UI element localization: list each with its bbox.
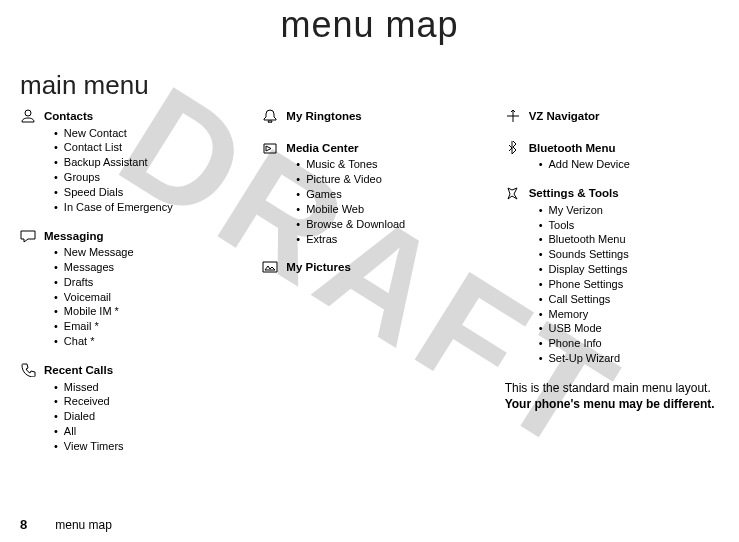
settings-icon: [505, 186, 523, 366]
menu-block-title: Recent Calls: [44, 363, 234, 379]
menu-block-body: Media CenterMusic & TonesPicture & Video…: [286, 141, 476, 247]
menu-block: Media CenterMusic & TonesPicture & Video…: [262, 141, 476, 247]
menu-block-body: Bluetooth MenuAdd New Device: [529, 141, 719, 172]
menu-item: Drafts: [54, 275, 234, 290]
page-number: 8: [20, 517, 27, 532]
menu-block: Settings & ToolsMy VerizonToolsBluetooth…: [505, 186, 719, 366]
menu-column: VZ NavigatorBluetooth MenuAdd New Device…: [505, 109, 719, 468]
menu-item: Backup Assistant: [54, 155, 234, 170]
menu-item: Sounds Settings: [539, 247, 719, 262]
menu-item: Call Settings: [539, 292, 719, 307]
menu-item-list: Music & TonesPicture & VideoGamesMobile …: [296, 157, 476, 246]
menu-block-body: VZ Navigator: [529, 109, 719, 127]
menu-block: VZ Navigator: [505, 109, 719, 127]
menu-block: ContactsNew ContactContact ListBackup As…: [20, 109, 234, 215]
menu-item: Bluetooth Menu: [539, 232, 719, 247]
menu-item: Mobile Web: [296, 202, 476, 217]
menu-item: Received: [54, 394, 234, 409]
bluetooth-icon: [505, 141, 523, 172]
menu-item: In Case of Emergency: [54, 200, 234, 215]
menu-block-body: MessagingNew MessageMessagesDraftsVoicem…: [44, 229, 234, 349]
pictures-icon: [262, 260, 280, 278]
note-emphasis: Your phone's menu may be different.: [505, 397, 715, 411]
menu-item: Picture & Video: [296, 172, 476, 187]
menu-block-title: Settings & Tools: [529, 186, 719, 202]
menu-item: Contact List: [54, 140, 234, 155]
navigator-icon: [505, 109, 523, 127]
menu-block-title: Bluetooth Menu: [529, 141, 719, 157]
menu-block-body: My Pictures: [286, 260, 476, 278]
media-center-icon: [262, 141, 280, 247]
menu-item: Voicemail: [54, 290, 234, 305]
menu-block-title: VZ Navigator: [529, 109, 719, 125]
menu-item-list: My VerizonToolsBluetooth MenuSounds Sett…: [539, 203, 719, 366]
menu-item-list: New ContactContact ListBackup AssistantG…: [54, 126, 234, 215]
menu-item: New Contact: [54, 126, 234, 141]
menu-block-title: My Pictures: [286, 260, 476, 276]
menu-item-list: Add New Device: [539, 157, 719, 172]
menu-item: New Message: [54, 245, 234, 260]
menu-block-body: ContactsNew ContactContact ListBackup As…: [44, 109, 234, 215]
menu-block-title: My Ringtones: [286, 109, 476, 125]
menu-column: My RingtonesMedia CenterMusic & TonesPic…: [262, 109, 476, 468]
menu-item: Phone Info: [539, 336, 719, 351]
menu-block: MessagingNew MessageMessagesDraftsVoicem…: [20, 229, 234, 349]
menu-item: Music & Tones: [296, 157, 476, 172]
menu-item: Tools: [539, 218, 719, 233]
contacts-icon: [20, 109, 38, 215]
menu-item: Speed Dials: [54, 185, 234, 200]
menu-item: Mobile IM *: [54, 304, 234, 319]
layout-note: This is the standard main menu layout. Y…: [505, 380, 719, 412]
menu-block-body: Settings & ToolsMy VerizonToolsBluetooth…: [529, 186, 719, 366]
menu-block-title: Contacts: [44, 109, 234, 125]
menu-item: Chat *: [54, 334, 234, 349]
menu-block-body: Recent CallsMissedReceivedDialedAllView …: [44, 363, 234, 454]
menu-item: Browse & Download: [296, 217, 476, 232]
recent-calls-icon: [20, 363, 38, 454]
menu-item: USB Mode: [539, 321, 719, 336]
menu-item: Games: [296, 187, 476, 202]
menu-item: Memory: [539, 307, 719, 322]
menu-block: My Pictures: [262, 260, 476, 278]
note-text: This is the standard main menu layout.: [505, 381, 711, 395]
menu-item: Groups: [54, 170, 234, 185]
menu-block-body: My Ringtones: [286, 109, 476, 127]
messaging-icon: [20, 229, 38, 349]
menu-item-list: MissedReceivedDialedAllView Timers: [54, 380, 234, 454]
menu-item: Dialed: [54, 409, 234, 424]
footer-label: menu map: [55, 518, 112, 532]
menu-item: My Verizon: [539, 203, 719, 218]
menu-item: Display Settings: [539, 262, 719, 277]
menu-item: All: [54, 424, 234, 439]
menu-columns: ContactsNew ContactContact ListBackup As…: [20, 109, 719, 468]
menu-block: Bluetooth MenuAdd New Device: [505, 141, 719, 172]
menu-item: Add New Device: [539, 157, 719, 172]
menu-item: Messages: [54, 260, 234, 275]
menu-item: Missed: [54, 380, 234, 395]
menu-block: Recent CallsMissedReceivedDialedAllView …: [20, 363, 234, 454]
menu-block-title: Media Center: [286, 141, 476, 157]
menu-item: Phone Settings: [539, 277, 719, 292]
page-title: menu map: [20, 4, 719, 46]
menu-item: Set-Up Wizard: [539, 351, 719, 366]
menu-item: Email *: [54, 319, 234, 334]
menu-block: My Ringtones: [262, 109, 476, 127]
page-footer: 8 menu map: [20, 517, 112, 532]
ringtones-icon: [262, 109, 280, 127]
menu-item-list: New MessageMessagesDraftsVoicemailMobile…: [54, 245, 234, 349]
menu-item: View Timers: [54, 439, 234, 454]
section-heading: main menu: [20, 70, 719, 101]
menu-item: Extras: [296, 232, 476, 247]
menu-column: ContactsNew ContactContact ListBackup As…: [20, 109, 234, 468]
menu-block-title: Messaging: [44, 229, 234, 245]
